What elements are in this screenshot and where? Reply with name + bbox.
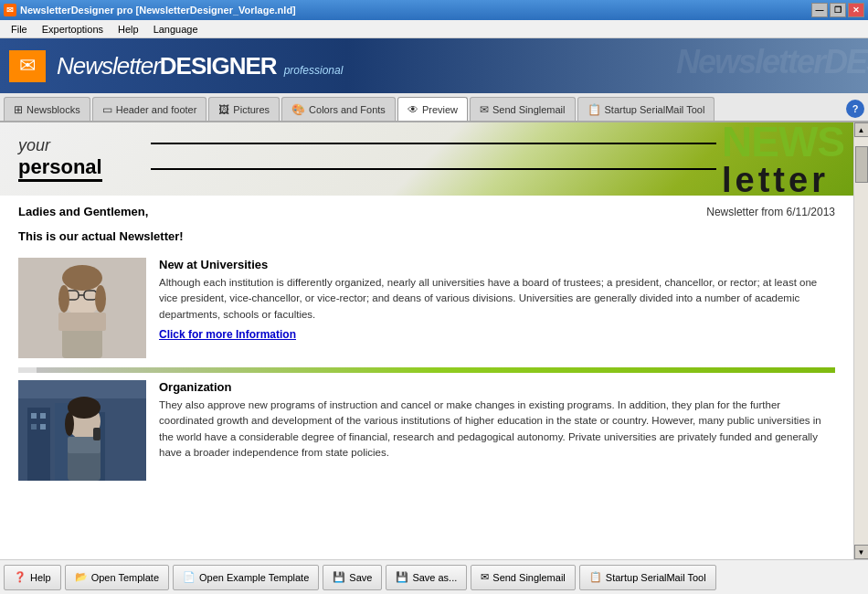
header-watermark: NewsletterDES [676, 43, 868, 81]
menu-help[interactable]: Help [111, 22, 146, 37]
menu-file[interactable]: File [4, 22, 35, 37]
svg-point-9 [62, 265, 102, 291]
open-template-icon: 📂 [75, 571, 88, 583]
help-button[interactable]: ❓ Help [4, 565, 61, 590]
article-1-body: Although each institution is differently… [159, 275, 835, 323]
newsletter-personal: personal [18, 155, 102, 182]
tab-colors-fonts[interactable]: 🎨 Colors and Fonts [281, 97, 396, 121]
logo-professional: professional [284, 64, 344, 77]
scroll-down-button[interactable]: ▼ [854, 545, 869, 559]
article-2-image [18, 380, 146, 481]
svg-rect-19 [31, 424, 37, 430]
logo-designer: DESIGNER [160, 52, 277, 80]
window-controls: — ❐ ✕ [811, 3, 864, 17]
article-2-text: Organization They also approve new progr… [159, 380, 835, 481]
svg-rect-14 [27, 408, 50, 481]
save-as-icon: 💾 [396, 571, 408, 583]
save-as-button[interactable]: 💾 Save as... [386, 565, 467, 590]
pictures-icon: 🖼 [218, 103, 229, 116]
send-singlemail-button[interactable]: ✉ Send Singlemail [471, 565, 576, 590]
app-icon: ✉ [4, 4, 16, 16]
startup-serialmail-icon: 📋 [587, 103, 601, 116]
scroll-up-button[interactable]: ▲ [854, 122, 869, 137]
newsletter-header-left: your personal [0, 127, 121, 191]
close-button[interactable]: ✕ [848, 3, 864, 17]
tab-pictures[interactable]: 🖼 Pictures [208, 97, 280, 121]
article-2-body: They also approve new programs of instru… [159, 398, 835, 461]
menu-expertoptions[interactable]: Expertoptions [35, 22, 111, 37]
article-1-title: New at Universities [159, 258, 835, 271]
article-2-title: Organization [159, 380, 835, 394]
letter-text: letter [722, 163, 829, 196]
help-icon[interactable]: ? [846, 100, 864, 118]
svg-point-10 [58, 285, 69, 313]
startup-serialmail-bottom-icon: 📋 [589, 571, 602, 583]
menu-language[interactable]: Language [146, 22, 206, 37]
divider-1 [18, 367, 835, 373]
startup-serialmail-button[interactable]: 📋 Startup SerialMail Tool [579, 565, 716, 590]
newsletter-right-text: NEWS letter [722, 122, 844, 196]
colors-fonts-icon: 🎨 [291, 103, 305, 116]
open-example-icon: 📄 [183, 571, 196, 583]
tab-header-footer[interactable]: ▭ Header and footer [92, 97, 207, 121]
newsblocks-icon: ⊞ [14, 103, 23, 116]
scrollbar[interactable]: ▲ ▼ [853, 122, 868, 559]
window-title: NewsletterDesigner pro [NewsletterDesign… [20, 5, 296, 16]
menu-bar: File Expertoptions Help Language [0, 20, 868, 38]
svg-rect-3 [58, 313, 106, 331]
tab-newsblocks[interactable]: ⊞ Newsblocks [4, 97, 90, 121]
logo-newsletter: Newsletter [57, 52, 160, 80]
newsletter-body: Ladies and Gentlemen, Newsletter from 6/… [0, 196, 853, 499]
tab-preview[interactable]: 👁 Preview [397, 97, 468, 121]
article-1-image [18, 258, 146, 358]
toolbar: ⊞ Newsblocks ▭ Header and footer 🖼 Pictu… [0, 93, 868, 122]
scroll-track[interactable] [854, 137, 869, 545]
svg-point-26 [65, 412, 74, 436]
svg-rect-18 [40, 413, 46, 419]
article-1: New at Universities Although each instit… [18, 258, 835, 358]
newsletter-date: Newsletter from 6/11/2013 [706, 206, 835, 218]
header-footer-icon: ▭ [102, 103, 112, 116]
header-line-bottom [151, 168, 716, 170]
newsletter-your: your [18, 136, 102, 155]
svg-point-25 [68, 397, 101, 419]
minimize-button[interactable]: — [811, 3, 828, 17]
save-icon: 💾 [333, 571, 345, 583]
newsletter-header: your personal NEWS letter [0, 122, 853, 196]
main-area: your personal NEWS letter Ladies and Gen… [0, 122, 868, 559]
newsletter-content: your personal NEWS letter Ladies and Gen… [0, 122, 853, 499]
tab-startup-serialmail[interactable]: 📋 Startup SerialMail Tool [577, 97, 715, 121]
send-singlemail-icon: ✉ [480, 103, 489, 116]
svg-rect-17 [31, 413, 37, 419]
help-button-icon: ❓ [14, 571, 26, 583]
send-singlemail-bottom-icon: ✉ [481, 571, 489, 583]
article-2: Organization They also approve new progr… [18, 380, 835, 481]
restore-button[interactable]: ❐ [830, 3, 846, 17]
scroll-thumb[interactable] [855, 146, 868, 183]
header-line-top [151, 143, 716, 144]
greeting-row: Ladies and Gentlemen, Newsletter from 6/… [18, 205, 835, 218]
preview-area[interactable]: your personal NEWS letter Ladies and Gen… [0, 122, 853, 559]
article-1-link[interactable]: Click for more Information [159, 328, 835, 341]
svg-point-11 [95, 285, 106, 313]
article-1-text: New at Universities Although each instit… [159, 258, 835, 358]
tab-send-singlemail[interactable]: ✉ Send Singlemail [470, 97, 576, 121]
title-bar: ✉ NewsletterDesigner pro [NewsletterDesi… [0, 0, 868, 20]
open-template-button[interactable]: 📂 Open Template [65, 565, 169, 590]
news-text: NEWS [722, 122, 844, 163]
svg-rect-20 [40, 424, 46, 430]
open-example-template-button[interactable]: 📄 Open Example Template [173, 565, 319, 590]
save-button[interactable]: 💾 Save [323, 565, 382, 590]
newsletter-tagline: This is our actual Newsletter! [18, 229, 835, 243]
svg-rect-24 [93, 428, 101, 440]
preview-icon: 👁 [408, 103, 418, 116]
greeting: Ladies and Gentlemen, [18, 205, 148, 218]
bottom-toolbar: ❓ Help 📂 Open Template 📄 Open Example Te… [0, 559, 868, 594]
app-header: Newsletter DESIGNER professional Newslet… [0, 38, 868, 93]
logo-icon [9, 50, 46, 82]
